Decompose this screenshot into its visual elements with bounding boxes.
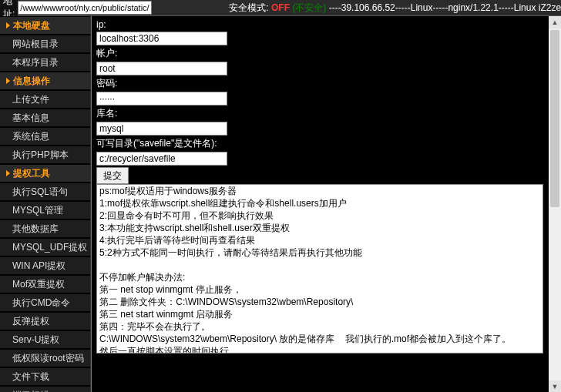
- ip-input[interactable]: [96, 32, 227, 45]
- sidebar-item[interactable]: 低权限读root密码: [0, 349, 90, 367]
- sidebar-item[interactable]: 网站根目录: [0, 35, 90, 53]
- scrollbar[interactable]: ▲ ▼: [549, 16, 561, 392]
- description-textarea[interactable]: [96, 184, 543, 353]
- submit-button[interactable]: 提交: [96, 167, 129, 184]
- sidebar-item[interactable]: 执行PHP脚本: [0, 146, 90, 164]
- sidebar-item[interactable]: MYSQL管理: [0, 201, 90, 219]
- sidebar-item[interactable]: WIN API提权: [0, 256, 90, 275]
- sidebar-item[interactable]: 基本信息: [0, 109, 90, 127]
- save-label: 可写目录("savefile"是文件名):: [96, 137, 558, 150]
- status-warn: (不安全): [292, 2, 326, 13]
- pass-input[interactable]: [96, 92, 227, 106]
- sidebar-header[interactable]: 提权工具: [0, 164, 90, 183]
- server-info: ----39.106.66.52-----Linux-----nginx/1.2…: [329, 2, 561, 13]
- sidebar-item[interactable]: 系统信息: [0, 127, 90, 146]
- address-input[interactable]: [18, 1, 152, 15]
- main-panel: ip: 帐户: 密码: 库名: 可写目录("savefile"是文件名): 提交…: [91, 16, 561, 392]
- sidebar: 本地硬盘网站根目录本程序目录信息操作上传文件基本信息系统信息执行PHP脚本提权工…: [0, 16, 91, 392]
- sidebar-header-label: 本地硬盘: [13, 17, 50, 34]
- status-label: 安全模式:: [229, 2, 268, 13]
- sidebar-item[interactable]: Serv-U提权: [0, 330, 90, 349]
- sidebar-item[interactable]: 其他数据库: [0, 219, 90, 238]
- ip-label: ip:: [96, 19, 558, 30]
- user-label: 帐户:: [96, 47, 558, 60]
- status-bar: 安全模式: OFF (不安全) ----39.106.66.52-----Lin…: [229, 2, 561, 15]
- sidebar-item[interactable]: 反弹提权: [0, 312, 90, 330]
- arrow-right-icon: [6, 170, 10, 176]
- sidebar-header-label: 提权工具: [13, 165, 50, 182]
- scroll-up-icon[interactable]: ▲: [549, 16, 561, 28]
- sidebar-header[interactable]: 本地硬盘: [0, 16, 90, 35]
- sidebar-item[interactable]: 执行SQL语句: [0, 183, 90, 201]
- sidebar-item[interactable]: 本程序目录: [0, 53, 90, 72]
- pass-label: 密码:: [96, 77, 558, 90]
- arrow-right-icon: [6, 22, 10, 28]
- db-label: 库名:: [96, 107, 558, 120]
- status-off: OFF: [271, 2, 290, 13]
- app-root: 地址: 安全模式: OFF (不安全) ----39.106.66.52----…: [0, 0, 561, 392]
- user-input[interactable]: [96, 62, 227, 75]
- sidebar-item[interactable]: Mof双重提权: [0, 275, 90, 293]
- top-bar: 地址: 安全模式: OFF (不安全) ----39.106.66.52----…: [0, 0, 561, 16]
- sidebar-item[interactable]: 文件下载: [0, 367, 90, 386]
- scroll-thumb[interactable]: [550, 30, 559, 207]
- db-input[interactable]: [96, 122, 227, 136]
- scroll-down-icon[interactable]: ▼: [549, 380, 561, 392]
- sidebar-item[interactable]: 端口扫描: [0, 386, 90, 392]
- sidebar-item[interactable]: 上传文件: [0, 90, 90, 109]
- sidebar-header-label: 信息操作: [13, 72, 50, 89]
- sidebar-item[interactable]: 执行CMD命令: [0, 293, 90, 312]
- sidebar-item[interactable]: MYSQL_UDF提权: [0, 238, 90, 256]
- content-area: 本地硬盘网站根目录本程序目录信息操作上传文件基本信息系统信息执行PHP脚本提权工…: [0, 16, 561, 392]
- save-input[interactable]: [96, 152, 227, 166]
- sidebar-header[interactable]: 信息操作: [0, 72, 90, 90]
- arrow-right-icon: [6, 78, 10, 84]
